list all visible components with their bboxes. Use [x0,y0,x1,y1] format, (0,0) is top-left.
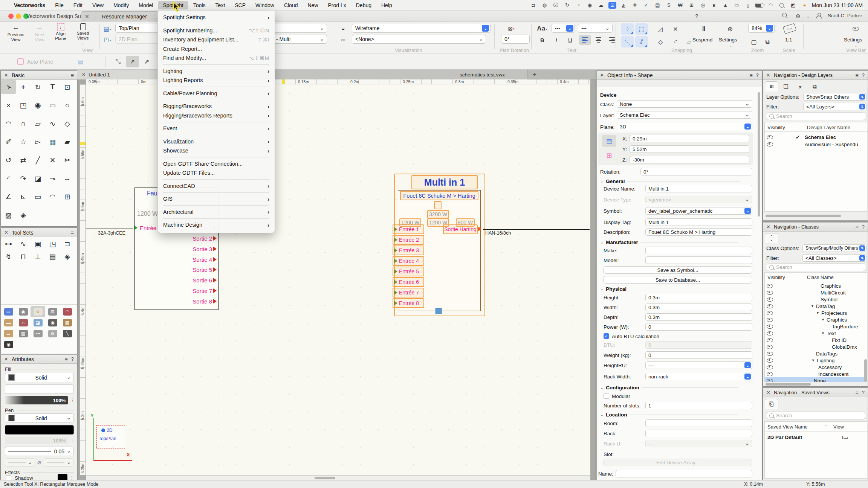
device-tool[interactable]: ▣ [31,237,45,250]
close-icon[interactable]: ✕ [85,14,89,20]
palette-menu-icon[interactable]: ≡ [71,72,74,78]
visibility-eye-icon[interactable] [767,345,773,349]
angle-snap-toggle[interactable]: ◿ [654,23,667,35]
basic-palette-header[interactable]: ✕Basic≡ [1,71,77,80]
interactive-scale-mode-icon[interactable]: ⤡ [112,56,125,67]
close-icon[interactable]: ✕ [766,72,770,78]
align-left-button[interactable] [579,35,591,45]
menu-scp[interactable]: SCP [230,1,251,9]
sort-ascending-icon[interactable]: ⌃ [824,424,827,428]
dims-notes-tool-set[interactable]: ▭ [1,328,16,339]
disclosure-triangle-icon[interactable]: ▼ [811,358,815,362]
class-row[interactable]: Symbol [765,296,867,303]
close-icon[interactable]: ✕ [766,390,770,395]
saved-views-header[interactable]: ✕Navigation - Saved Views≡? [763,388,868,397]
menu-text[interactable]: Text [211,1,230,9]
protractor-tool[interactable]: ◠ [45,190,60,204]
device-name-field[interactable]: Multi in 1 [645,185,752,192]
menu-modify[interactable]: Modify [108,1,134,9]
palette-menu-icon[interactable]: ≡ [750,72,753,78]
smart-edge-snap-toggle[interactable]: ⫽ [635,36,648,47]
menu-help[interactable]: Help [376,1,397,9]
model-field[interactable] [645,256,752,264]
status-icon-spiral[interactable]: ◉ [586,2,594,9]
status-icon-check[interactable]: ✓ [642,2,650,9]
heightru-combo[interactable]: ---⌄ [645,361,752,369]
packaging-tool-set[interactable]: ▦ [60,317,75,328]
scrollbar-thumb[interactable] [758,92,760,217]
status-icon-compass[interactable]: ◭ [620,2,628,9]
class-row[interactable]: Accessory [765,364,867,371]
racku-combo[interactable]: --- [645,440,752,447]
visibility-eye-icon[interactable] [767,365,773,369]
menu-item-visualization[interactable]: Visualization› [158,137,275,146]
search-toolbar-icon[interactable] [782,13,787,17]
class-row[interactable]: Graphics [765,282,867,289]
rigging-tool-set[interactable]: ▤ [45,306,60,317]
circle-tool[interactable]: ○ [60,98,75,113]
extrude-tool[interactable]: ◳ [16,98,31,113]
drop-point-tool[interactable]: ⊐ [60,237,75,250]
fill-color-well[interactable] [5,384,74,394]
visibility-eye-icon[interactable] [767,372,773,376]
palette-menu-icon[interactable]: ≡ [856,390,859,396]
previous-view-button[interactable]: ←Previous View [4,23,28,42]
duplicate-mode-icon[interactable]: ⇗ [140,56,153,67]
visibility-eye-icon[interactable] [767,379,773,383]
rectangle-tool[interactable]: ▭ [45,98,60,113]
feed-wire[interactable] [86,229,133,229]
menu-item-gis[interactable]: GIS› [158,194,275,204]
constraint-tool[interactable]: ⊞ [60,190,75,204]
flyover-tool[interactable]: ↻ [31,80,45,94]
status-icon-screen-mirroring[interactable]: ⊡ [608,2,616,9]
fastener-tool-set[interactable]: ⊶ [31,328,45,339]
display-tag-field[interactable]: Multi in 1 [645,218,752,226]
palette-menu-icon[interactable]: ≡ [856,72,859,78]
bold-button[interactable]: B [536,35,548,45]
status-icon-terminal[interactable]: ▲ [721,2,729,9]
visibility-eye-icon[interactable] [767,284,773,288]
zoom-level-combo[interactable]: 84%⌄ [748,24,775,33]
class-row[interactable]: ▼Lighting [765,357,867,364]
disclosure-triangle-icon[interactable]: ▼ [816,311,819,315]
media-tool-set[interactable]: ◉ [1,339,16,350]
fill-style-combo[interactable]: Solid [5,373,74,382]
lighting-tool-set[interactable]: ▬ [1,317,16,328]
connect-combine-tool[interactable]: ⊸ [45,171,60,186]
grid-snap-toggle[interactable]: ⁘ [621,23,634,35]
wire-path-tool[interactable]: ∿ [16,237,31,250]
width-field[interactable]: 0.3m [645,303,752,311]
disclosure-triangle-icon[interactable]: ▼ [821,318,825,322]
layer-row[interactable]: ✓ Schema Elec [765,134,868,140]
rotation-field[interactable]: 0° [640,168,752,175]
design-layers-header[interactable]: ✕Navigation - Design Layers≡? [763,71,868,80]
status-icon-zoom-app[interactable]: Ⓩ [552,2,560,9]
close-icon[interactable]: ✕ [766,224,770,230]
edit-device-array-button[interactable]: Edit Device Array... [603,459,752,466]
eyedropper-tool[interactable]: ✐ [1,135,16,149]
layer-options-combo[interactable]: Show/Snap Others⇅ [803,93,866,101]
slots-field[interactable]: 1 [645,402,752,409]
status-icon-display[interactable]: ▭ [733,2,741,9]
menu-item-rigging-braceworks-reports[interactable]: Rigging/Braceworks Reports› [158,111,275,120]
description-field[interactable]: Fouet 8C Schuko M > Harting [645,228,752,236]
class-options-combo[interactable]: Show/Snap/Modify Others⇅ [802,244,866,252]
chevron-down-icon[interactable]: ⌄ [854,44,858,47]
palette-menu-icon[interactable]: ≡ [71,230,74,236]
save-as-symbol-button[interactable]: Save as Symbol... [603,266,752,274]
output-wire[interactable] [483,229,590,230]
save-to-database-button[interactable]: Save to Database... [603,276,752,284]
saved-views-button[interactable]: Saved Views⌄ [72,23,93,45]
physical-section[interactable]: Physical [600,286,742,292]
plane-mode-button[interactable]: ▤ [74,56,87,67]
rack-field[interactable] [645,430,752,437]
status-icon-keyboard[interactable]: ⊞ [688,2,695,9]
status-icon-creative[interactable]: ◕ [801,2,808,9]
status-icon-stage[interactable]: S [665,2,673,9]
align-right-button[interactable] [606,35,618,45]
status-icon-airplay[interactable]: ◎ [699,2,707,9]
pen-color-well[interactable] [5,425,74,435]
menu-vectorworks[interactable]: Vectorworks [9,1,50,9]
magic-wand-tool[interactable]: ☆ [16,135,31,149]
scrollbar-thumb[interactable] [766,383,811,386]
